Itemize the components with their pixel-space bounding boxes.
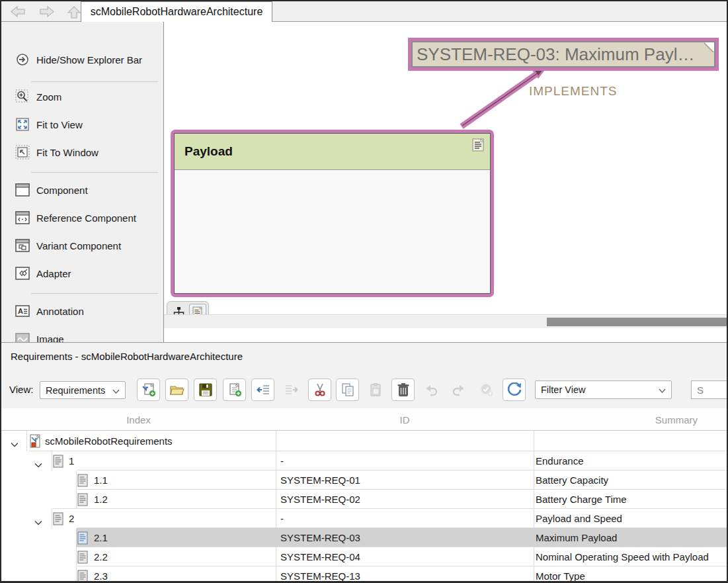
requirement-icon [53, 512, 65, 525]
palette-item-variant-component[interactable]: Variant Component [1, 232, 164, 259]
table-row-selected[interactable]: 2.1 SYSTEM-REQ-03 Maximum Payload [1, 528, 728, 547]
palette-item-label: Fit to View [36, 119, 83, 130]
view-dropdown[interactable]: Requirements [40, 381, 126, 399]
cell-id: SYSTEM-REQ-02 [280, 490, 360, 509]
row-label: scMobileRobotRequirements [45, 431, 173, 451]
requirement-annotation-label: SYSTEM-REQ-03: Maximum Payl… [413, 44, 694, 65]
table-body: scMobileRobotRequirements 1 - Endurance [1, 431, 728, 581]
back-arrow-icon[interactable] [10, 5, 26, 18]
refresh-button[interactable] [503, 379, 526, 401]
component-payload[interactable]: Payload [171, 130, 494, 297]
requirement-badge-icon[interactable] [472, 138, 485, 152]
table-row[interactable]: 2.2 SYSTEM-REQ-04 Nominal Operating Spee… [1, 547, 728, 566]
cell-index: 2.1 [94, 528, 108, 547]
cell-id: SYSTEM-REQ-01 [280, 471, 360, 490]
app-window: scMobileRobotHardwareArchitecture Hide/S… [0, 0, 728, 583]
add-verification-button[interactable] [475, 379, 498, 401]
redo-button[interactable] [447, 379, 470, 401]
table-row[interactable]: 1.2 SYSTEM-REQ-02 Battery Charge Time [1, 490, 728, 509]
forward-arrow-icon[interactable] [39, 5, 55, 18]
adapter-icon [15, 266, 30, 281]
palette-item-reference-component[interactable]: Reference Component [1, 204, 164, 231]
column-header-summary[interactable]: Summary [534, 408, 728, 431]
undo-button[interactable] [419, 379, 442, 401]
cell-id: SYSTEM-REQ-04 [280, 547, 360, 566]
tab-model[interactable]: scMobileRobotHardwareArchitecture [81, 1, 272, 22]
chevron-down-icon[interactable] [34, 516, 42, 527]
canvas-horizontal-scrollbar[interactable] [164, 314, 727, 328]
tab-strip: scMobileRobotHardwareArchitecture [1, 1, 727, 22]
reference-component-icon [15, 210, 30, 225]
cell-index: 2.2 [94, 547, 108, 566]
palette-item-fit-to-view[interactable]: Fit to View [1, 111, 164, 138]
palette-item-label: Zoom [36, 91, 61, 103]
palette-item-explorer-bar[interactable]: Hide/Show Explorer Bar [1, 46, 164, 73]
palette-item-label: Variant Component [36, 240, 121, 251]
chevron-down-icon[interactable] [11, 438, 19, 449]
fit-to-view-icon [15, 117, 30, 132]
filter-view-dropdown[interactable]: Filter View [535, 381, 672, 399]
search-input[interactable]: S [691, 381, 728, 399]
requirements-toolbar: View: Requirements [1, 379, 728, 401]
delete-button[interactable] [391, 379, 415, 401]
scrollbar-thumb[interactable] [547, 318, 727, 326]
search-text: S [697, 384, 704, 396]
cell-summary: Nominal Operating Speed with Payload [536, 547, 709, 566]
filter-view-value: Filter View [536, 384, 659, 395]
view-label: View: [9, 384, 33, 395]
table-row[interactable]: 1.1 SYSTEM-REQ-01 Battery Capacity [1, 471, 728, 490]
requirement-annotation[interactable]: SYSTEM-REQ-03: Maximum Payl… [408, 38, 719, 71]
cut-button[interactable] [308, 379, 331, 401]
table-row[interactable]: 1 - Endurance [1, 451, 728, 471]
cell-id: SYSTEM-REQ-13 [280, 566, 360, 581]
promote-requirement-button[interactable] [251, 379, 274, 401]
cell-summary: Battery Capacity [536, 471, 608, 490]
palette-item-image[interactable]: Image [1, 326, 164, 342]
table-row[interactable]: 2.3 SYSTEM-REQ-13 Motor Type [1, 566, 728, 581]
table-row-root[interactable]: scMobileRobotRequirements [1, 431, 728, 451]
requirement-icon [77, 493, 89, 506]
add-requirement-button[interactable] [223, 379, 246, 401]
paste-button[interactable] [364, 379, 387, 401]
copy-button[interactable] [336, 379, 359, 401]
cell-index: 2.3 [94, 566, 108, 581]
fit-to-window-icon [15, 145, 30, 159]
cell-summary: Endurance [536, 451, 584, 471]
requirement-icon [77, 570, 89, 581]
view-dropdown-value: Requirements [40, 385, 112, 396]
demote-requirement-button[interactable] [280, 379, 303, 401]
image-icon [15, 332, 30, 342]
requirement-icon [77, 551, 89, 564]
implements-label: IMPLEMENTS [529, 84, 618, 99]
column-header-index[interactable]: Index [1, 408, 276, 431]
save-button[interactable] [194, 379, 217, 401]
palette-item-label: Component [36, 185, 88, 196]
diagram-canvas[interactable]: SYSTEM-REQ-03: Maximum Payl… IMPLEMENTS … [164, 22, 727, 342]
palette-item-zoom[interactable]: Zoom [1, 83, 164, 110]
table-header: Index ID Summary [1, 408, 728, 431]
palette-item-label: Hide/Show Explorer Bar [36, 54, 142, 66]
requirements-panel: Requirements - scMobileRobotHardwareArch… [1, 343, 727, 581]
palette-item-annotation[interactable]: A Annotation [1, 298, 164, 324]
table-row[interactable]: 2 - Payload and Speed [1, 509, 728, 528]
requirements-panel-title: Requirements - scMobileRobotHardwareArch… [11, 351, 243, 362]
open-button[interactable] [165, 379, 188, 401]
palette-item-adapter[interactable]: Adapter [1, 260, 164, 287]
explorer-bar-icon [15, 52, 30, 67]
palette-item-label: Fit To Window [36, 147, 99, 158]
palette-item-label: Image [36, 334, 64, 343]
palette-divider [31, 293, 158, 294]
variant-component-icon [15, 238, 30, 253]
cell-id: - [280, 509, 284, 528]
cell-id: SYSTEM-REQ-03 [280, 528, 360, 547]
new-requirement-set-button[interactable] [137, 379, 160, 401]
zoom-icon [15, 89, 30, 104]
cell-summary: Motor Type [536, 566, 585, 581]
palette-item-fit-to-window[interactable]: Fit To Window [1, 139, 164, 165]
column-header-id[interactable]: ID [276, 408, 534, 431]
cell-index: 2 [69, 509, 74, 528]
requirement-set-icon [29, 434, 41, 447]
chevron-down-icon[interactable] [34, 459, 42, 470]
svg-text:A: A [18, 307, 23, 315]
palette-item-component[interactable]: Component [1, 177, 164, 203]
